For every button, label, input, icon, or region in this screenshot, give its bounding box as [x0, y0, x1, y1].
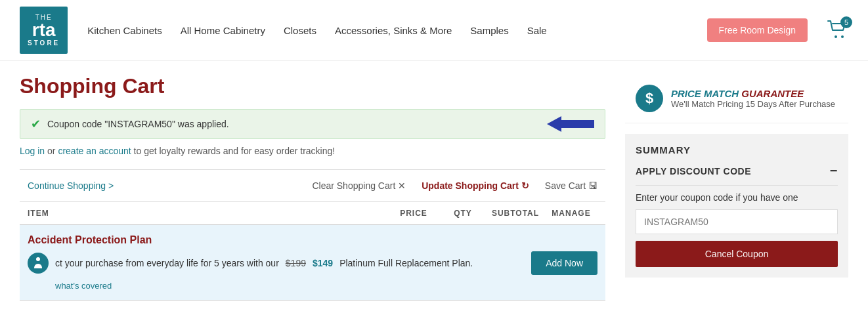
site-logo[interactable]: THE rta STORE [20, 7, 68, 54]
coupon-code-input[interactable] [636, 209, 838, 234]
person-icon [33, 257, 43, 270]
product-desc-post: Platinum Full Replacement Plan. [339, 258, 473, 268]
cart-icon-wrap[interactable]: 5 [827, 20, 848, 41]
create-account-link[interactable]: create an account [58, 146, 131, 156]
svg-point-0 [835, 35, 837, 38]
cart-actions-bar: Continue Shopping > Clear Shopping Cart … [20, 169, 605, 202]
header-manage: MANAGE [545, 209, 597, 218]
nav-sale[interactable]: Sale [527, 25, 547, 36]
price-match-box: $ PRICE MATCH GUARANTEE We'll Match Pric… [625, 74, 848, 123]
nav-kitchen-cabinets[interactable]: Kitchen Cabinets [87, 25, 162, 36]
add-now-button[interactable]: Add Now [531, 251, 597, 275]
cart-section: Shopping Cart ✔ Coupon code "INSTAGRAM50… [20, 74, 605, 301]
nav-samples[interactable]: Samples [470, 25, 508, 36]
cart-table-header: ITEM PRICE QTY SUBTOTAL MANAGE [20, 202, 605, 225]
discount-code-row: APPLY DISCOUNT CODE − [636, 163, 838, 186]
price-match-title: PRICE MATCH GUARANTEE [671, 88, 835, 99]
summary-title: SUMMARY [636, 144, 838, 156]
continue-shopping-button[interactable]: Continue Shopping > [20, 175, 121, 196]
header-item: ITEM [28, 209, 387, 218]
login-prompt: Log in or create an account to get loyal… [20, 146, 605, 156]
summary-box: SUMMARY APPLY DISCOUNT CODE − Enter your… [625, 134, 848, 278]
clear-cart-button[interactable]: Clear Shopping Cart ✕ [304, 175, 414, 196]
product-description: ct your purchase from everyday life for … [28, 251, 597, 275]
main-nav: Kitchen Cabinets All Home Cabinetry Clos… [87, 25, 687, 36]
save-cart-button[interactable]: Save Cart 🖫 [537, 175, 605, 196]
product-price-old: $199 [286, 258, 306, 268]
whats-covered-link[interactable]: what's covered [55, 281, 112, 291]
nav-accessories[interactable]: Accessories, Sinks & More [335, 25, 452, 36]
collapse-icon[interactable]: − [830, 163, 838, 178]
product-price-new: $149 [313, 258, 333, 268]
product-title: Accident Protection Plan [28, 234, 597, 246]
coupon-notice-bar: ✔ Coupon code "INSTAGRAM50" was applied. [20, 109, 605, 139]
nav-all-home-cabinetry[interactable]: All Home Cabinetry [181, 25, 265, 36]
nav-closets[interactable]: Closets [284, 25, 316, 36]
accessibility-icon[interactable] [28, 253, 49, 274]
cancel-coupon-button[interactable]: Cancel Coupon [636, 241, 838, 267]
cart-title: Shopping Cart [20, 74, 605, 98]
price-match-text: PRICE MATCH GUARANTEE We'll Match Pricin… [671, 88, 835, 109]
main-layout: Shopping Cart ✔ Coupon code "INSTAGRAM50… [0, 61, 868, 314]
site-header: THE rta STORE Kitchen Cabinets All Home … [0, 0, 868, 61]
product-desc-pre: ct your purchase from everyday life for … [55, 258, 279, 268]
header-subtotal: SUBTOTAL [486, 209, 545, 218]
price-match-subtitle: We'll Match Pricing 15 Days After Purcha… [671, 99, 835, 109]
logo-store: STORE [28, 39, 60, 47]
coupon-prompt-text: Enter your coupon code if you have one [636, 192, 838, 203]
check-icon: ✔ [31, 117, 41, 131]
logo-rta: rta [32, 21, 56, 39]
discount-label: APPLY DISCOUNT CODE [636, 166, 751, 176]
header-qty: QTY [440, 209, 486, 218]
arrow-icon [547, 116, 594, 132]
cart-badge: 5 [840, 16, 852, 28]
update-cart-button[interactable]: Update Shopping Cart ↻ [414, 175, 537, 196]
svg-point-2 [36, 257, 40, 261]
product-row: Accident Protection Plan ct your purchas… [20, 225, 605, 301]
dollar-icon: $ [636, 85, 663, 112]
svg-point-1 [841, 35, 844, 38]
free-room-design-button[interactable]: Free Room Design [707, 18, 808, 42]
coupon-notice-text: Coupon code "INSTAGRAM50" was applied. [47, 119, 540, 129]
header-price: PRICE [387, 209, 440, 218]
login-link[interactable]: Log in [20, 146, 45, 156]
sidebar: $ PRICE MATCH GUARANTEE We'll Match Pric… [625, 74, 848, 278]
